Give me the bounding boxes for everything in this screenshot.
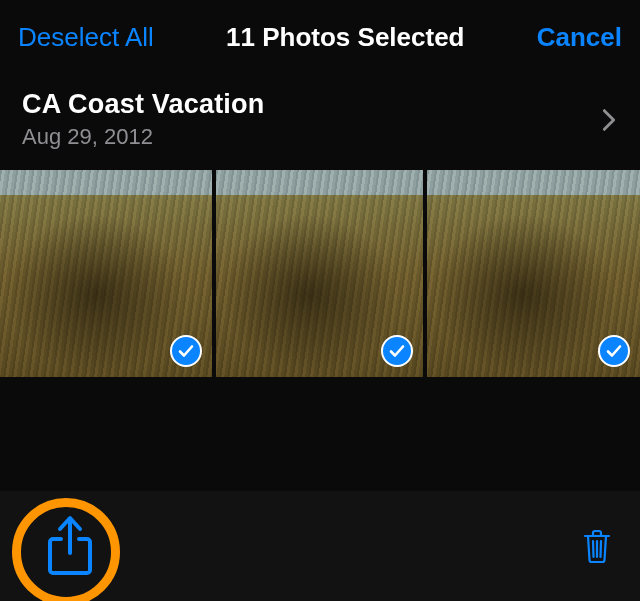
checkmark-icon xyxy=(177,342,195,360)
bottom-toolbar xyxy=(0,491,640,601)
deselect-all-button[interactable]: Deselect All xyxy=(18,22,154,53)
photo-thumbnail-row xyxy=(0,170,640,377)
svg-line-3 xyxy=(601,541,602,557)
album-date: Aug 29, 2012 xyxy=(22,124,264,150)
album-header-row[interactable]: CA Coast Vacation Aug 29, 2012 xyxy=(0,79,640,160)
selected-badge xyxy=(170,335,202,367)
trash-icon[interactable] xyxy=(582,528,612,564)
svg-line-1 xyxy=(593,541,594,557)
checkmark-icon xyxy=(388,342,406,360)
navigation-bar: Deselect All 11 Photos Selected Cancel xyxy=(0,0,640,79)
share-icon[interactable] xyxy=(45,515,95,577)
checkmark-icon xyxy=(605,342,623,360)
selected-badge xyxy=(381,335,413,367)
chevron-right-icon xyxy=(602,108,616,132)
photo-thumbnail[interactable] xyxy=(427,170,640,377)
album-title: CA Coast Vacation xyxy=(22,89,264,120)
album-header-text: CA Coast Vacation Aug 29, 2012 xyxy=(22,89,264,150)
photo-thumbnail[interactable] xyxy=(0,170,212,377)
selected-badge xyxy=(598,335,630,367)
selection-count-title: 11 Photos Selected xyxy=(226,22,464,53)
photo-thumbnail[interactable] xyxy=(216,170,423,377)
share-button-highlighted xyxy=(20,496,120,596)
cancel-button[interactable]: Cancel xyxy=(537,22,622,53)
photos-selection-screen: Deselect All 11 Photos Selected Cancel C… xyxy=(0,0,640,601)
